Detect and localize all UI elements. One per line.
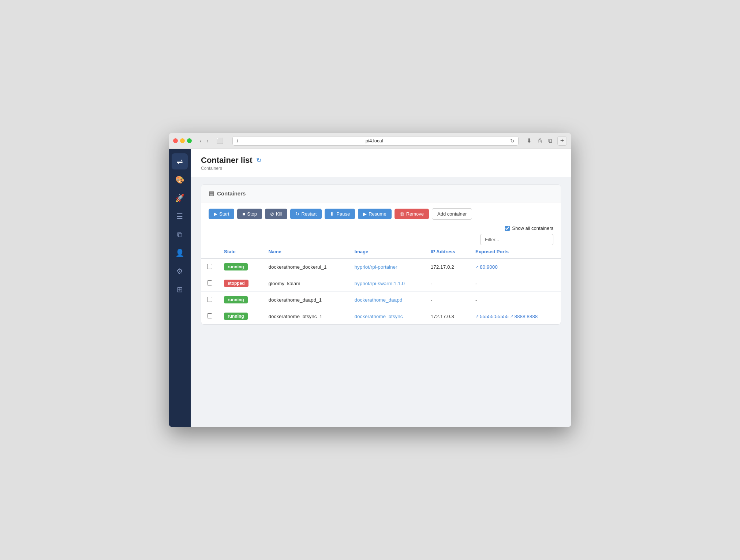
breadcrumb: Containers (201, 166, 561, 171)
image-cell[interactable]: hypriot/rpi-swarm:1.1.0 (349, 275, 425, 292)
page-header: Container list ↻ Containers (191, 149, 571, 177)
filter-input[interactable] (480, 234, 553, 245)
main-layout: ⇌ 🎨 🚀 ☰ ⧉ 👤 ⚙ ⊞ (169, 149, 571, 427)
pause-icon: ⏸ (330, 211, 335, 217)
row-select-checkbox[interactable] (207, 297, 212, 302)
row-checkbox-cell (201, 308, 218, 325)
state-cell: running (218, 308, 262, 325)
list-icon: ☰ (176, 212, 183, 221)
sidebar-toggle-button[interactable]: ⬜ (213, 136, 227, 146)
row-checkbox-cell (201, 275, 218, 292)
close-button[interactable] (173, 138, 178, 143)
info-icon: ℹ (236, 138, 238, 143)
resume-icon: ▶ (363, 211, 367, 217)
minimize-button[interactable] (180, 138, 185, 143)
containers-card: ▤ Containers ▶ Start ■ Stop (201, 184, 561, 325)
play-icon: ▶ (214, 211, 217, 217)
browser-refresh-button[interactable]: ↻ (510, 138, 515, 144)
ip-cell: 172.17.0.3 (425, 308, 470, 325)
address-bar[interactable]: ℹ pi4.local ↻ (232, 136, 519, 146)
row-select-checkbox[interactable] (207, 280, 212, 285)
sidebar-item-network[interactable]: 👤 (172, 245, 188, 261)
restart-button[interactable]: ↻ Restart (290, 209, 322, 219)
image-col-header[interactable]: Image (349, 245, 425, 258)
sidebar-item-volumes[interactable]: ⚙ (172, 263, 188, 279)
page-title: Container list (201, 156, 253, 165)
port-link[interactable]: ↗8888:8888 (510, 314, 538, 319)
show-all-row: Show all containers (505, 225, 553, 231)
download-button[interactable]: ⬇ (524, 136, 534, 146)
sidebar: ⇌ 🎨 🚀 ☰ ⧉ 👤 ⚙ ⊞ (169, 149, 191, 427)
cloud-icon: ⚙ (176, 267, 183, 276)
row-checkbox-cell (201, 292, 218, 308)
sidebar-item-containers[interactable]: ☰ (172, 208, 188, 224)
row-checkbox-cell (201, 258, 218, 275)
sidebar-item-dashboard[interactable]: 🎨 (172, 172, 188, 188)
card-title: Containers (217, 190, 246, 197)
port-link[interactable]: ↗80:9000 (475, 264, 498, 270)
state-badge: running (224, 296, 248, 303)
ports-cell: - (470, 292, 561, 308)
sidebar-item-connections[interactable]: ⇌ (172, 153, 188, 169)
port-link[interactable]: ↗55555:55555 (475, 314, 509, 319)
table-row: stoppedgloomy_kalamhypriot/rpi-swarm:1.1… (201, 275, 561, 292)
ip-col-header[interactable]: IP Address (425, 245, 470, 258)
image-cell[interactable]: dockerathome_btsync (349, 308, 425, 325)
url-text: pi4.local (241, 138, 507, 143)
table-header: State Name Image IP Address Exposed Port… (201, 245, 561, 258)
kill-button[interactable]: ⊘ Kill (265, 209, 287, 219)
forward-button[interactable]: › (205, 137, 211, 145)
start-button[interactable]: ▶ Start (209, 209, 234, 219)
sidebar-item-images[interactable]: ⧉ (172, 227, 188, 243)
back-button[interactable]: ‹ (198, 137, 204, 145)
pause-button[interactable]: ⏸ Pause (325, 209, 355, 219)
ports-cell: ↗80:9000 (470, 258, 561, 275)
state-col-header[interactable]: State (218, 245, 262, 258)
ports-col-header[interactable]: Exposed Ports (470, 245, 561, 258)
table-row: runningdockerathome_daapd_1dockerathome_… (201, 292, 561, 308)
containers-toolbar: ▶ Start ■ Stop ⊘ Kill ↻ (201, 202, 561, 223)
share-button[interactable]: ⎙ (536, 136, 544, 146)
name-col-header[interactable]: Name (262, 245, 348, 258)
name-cell[interactable]: dockerathome_daapd_1 (262, 292, 348, 308)
page-title-row: Container list ↻ (201, 156, 561, 165)
show-all-checkbox[interactable] (505, 226, 510, 231)
sidebar-item-deploy[interactable]: 🚀 (172, 190, 188, 206)
filter-section: Show all containers (201, 223, 561, 245)
content-area: Container list ↻ Containers ▤ Containers… (191, 149, 571, 427)
row-select-checkbox[interactable] (207, 264, 212, 269)
state-cell: stopped (218, 275, 262, 292)
page-refresh-button[interactable]: ↻ (256, 156, 262, 164)
restart-icon: ↻ (295, 211, 299, 217)
ip-cell: - (425, 275, 470, 292)
image-cell[interactable]: dockerathome_daapd (349, 292, 425, 308)
nav-buttons: ‹ › (198, 137, 210, 145)
stop-button[interactable]: ■ Stop (237, 209, 262, 219)
maximize-button[interactable] (187, 138, 192, 143)
name-cell[interactable]: dockerathome_btsync_1 (262, 308, 348, 325)
kill-icon: ⊘ (270, 211, 274, 217)
table-row: runningdockerathome_dockerui_1hypriot/rp… (201, 258, 561, 275)
resume-button[interactable]: ▶ Resume (358, 209, 391, 219)
rocket-icon: 🚀 (175, 194, 184, 202)
fullscreen-button[interactable]: ⧉ (546, 136, 554, 146)
external-link-icon: ↗ (510, 314, 513, 319)
show-all-label: Show all containers (512, 225, 553, 231)
name-cell[interactable]: dockerathome_dockerui_1 (262, 258, 348, 275)
ports-cell: ↗55555:55555 ↗8888:8888 (470, 308, 561, 325)
sidebar-item-settings[interactable]: ⊞ (172, 281, 188, 298)
new-tab-button[interactable]: + (557, 136, 567, 146)
card-header: ▤ Containers (201, 185, 561, 202)
table-body: runningdockerathome_dockerui_1hypriot/rp… (201, 258, 561, 324)
state-cell: running (218, 292, 262, 308)
connections-icon: ⇌ (177, 157, 183, 166)
name-cell[interactable]: gloomy_kalam (262, 275, 348, 292)
ports-cell: - (470, 275, 561, 292)
external-link-icon: ↗ (475, 314, 479, 319)
image-cell[interactable]: hypriot/rpi-portainer (349, 258, 425, 275)
row-select-checkbox[interactable] (207, 313, 212, 318)
content-body: ▤ Containers ▶ Start ■ Stop (191, 177, 571, 427)
state-badge: running (224, 263, 248, 270)
remove-button[interactable]: 🗑 Remove (395, 209, 429, 219)
add-container-button[interactable]: Add container (432, 208, 472, 220)
